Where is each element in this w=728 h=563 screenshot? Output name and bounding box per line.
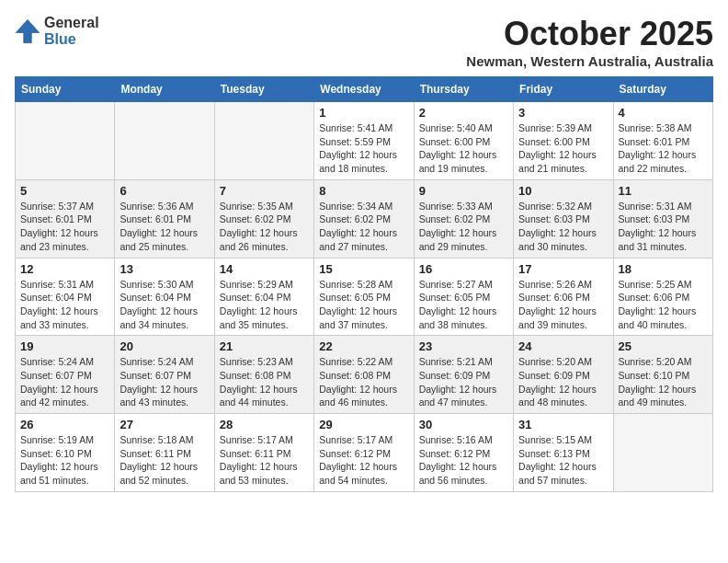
calendar-cell: [115, 102, 214, 180]
day-number: 20: [119, 339, 209, 353]
calendar-cell: 25Sunrise: 5:20 AM Sunset: 6:10 PM Dayli…: [613, 336, 712, 414]
calendar-cell: 29Sunrise: 5:17 AM Sunset: 6:12 PM Dayli…: [314, 414, 414, 492]
day-info: Sunrise: 5:24 AM Sunset: 6:07 PM Dayligh…: [20, 355, 109, 409]
calendar-cell: 28Sunrise: 5:17 AM Sunset: 6:11 PM Dayli…: [214, 414, 313, 492]
calendar-cell: 22Sunrise: 5:22 AM Sunset: 6:08 PM Dayli…: [314, 336, 414, 414]
day-info: Sunrise: 5:24 AM Sunset: 6:07 PM Dayligh…: [119, 355, 209, 409]
day-info: Sunrise: 5:18 AM Sunset: 6:11 PM Dayligh…: [119, 433, 209, 488]
day-number: 26: [20, 418, 109, 431]
day-info: Sunrise: 5:28 AM Sunset: 6:05 PM Dayligh…: [319, 278, 408, 332]
day-info: Sunrise: 5:41 AM Sunset: 5:59 PM Dayligh…: [319, 121, 408, 176]
day-info: Sunrise: 5:16 AM Sunset: 6:12 PM Dayligh…: [419, 433, 508, 488]
day-info: Sunrise: 5:25 AM Sunset: 6:06 PM Dayligh…: [619, 278, 708, 332]
calendar-cell: 14Sunrise: 5:29 AM Sunset: 6:04 PM Dayli…: [214, 258, 313, 336]
calendar-cell: 26Sunrise: 5:19 AM Sunset: 6:10 PM Dayli…: [16, 414, 115, 492]
calendar-cell: [16, 102, 115, 180]
calendar-cell: 3Sunrise: 5:39 AM Sunset: 6:00 PM Daylig…: [514, 102, 613, 180]
day-number: 13: [119, 262, 209, 276]
day-number: 30: [419, 418, 508, 431]
day-info: Sunrise: 5:20 AM Sunset: 6:09 PM Dayligh…: [518, 355, 608, 409]
day-info: Sunrise: 5:21 AM Sunset: 6:09 PM Dayligh…: [419, 355, 508, 409]
day-number: 29: [319, 418, 408, 431]
calendar-cell: 13Sunrise: 5:30 AM Sunset: 6:04 PM Dayli…: [115, 258, 214, 336]
calendar-cell: 2Sunrise: 5:40 AM Sunset: 6:00 PM Daylig…: [414, 102, 513, 180]
calendar-cell: 1Sunrise: 5:41 AM Sunset: 5:59 PM Daylig…: [314, 102, 414, 180]
day-info: Sunrise: 5:30 AM Sunset: 6:04 PM Dayligh…: [119, 278, 209, 332]
day-info: Sunrise: 5:38 AM Sunset: 6:01 PM Dayligh…: [619, 121, 708, 176]
weekday-header-saturday: Saturday: [613, 77, 712, 102]
weekday-header-friday: Friday: [514, 77, 613, 102]
day-number: 28: [220, 418, 309, 431]
day-info: Sunrise: 5:32 AM Sunset: 6:03 PM Dayligh…: [518, 200, 608, 254]
day-info: Sunrise: 5:15 AM Sunset: 6:13 PM Dayligh…: [518, 433, 608, 488]
calendar-cell: 4Sunrise: 5:38 AM Sunset: 6:01 PM Daylig…: [613, 102, 712, 180]
day-info: Sunrise: 5:39 AM Sunset: 6:00 PM Dayligh…: [518, 121, 608, 176]
day-info: Sunrise: 5:17 AM Sunset: 6:12 PM Dayligh…: [319, 433, 408, 488]
weekday-header-wednesday: Wednesday: [314, 77, 414, 102]
calendar-cell: 12Sunrise: 5:31 AM Sunset: 6:04 PM Dayli…: [16, 258, 115, 336]
day-info: Sunrise: 5:31 AM Sunset: 6:04 PM Dayligh…: [20, 278, 109, 332]
day-info: Sunrise: 5:27 AM Sunset: 6:05 PM Dayligh…: [419, 278, 508, 332]
day-number: 7: [220, 184, 309, 198]
day-number: 23: [419, 339, 508, 353]
calendar-cell: 23Sunrise: 5:21 AM Sunset: 6:09 PM Dayli…: [414, 336, 513, 414]
calendar: SundayMondayTuesdayWednesdayThursdayFrid…: [15, 76, 713, 492]
day-info: Sunrise: 5:40 AM Sunset: 6:00 PM Dayligh…: [419, 121, 508, 176]
day-info: Sunrise: 5:33 AM Sunset: 6:02 PM Dayligh…: [419, 200, 508, 254]
day-number: 6: [119, 184, 209, 198]
calendar-cell: 15Sunrise: 5:28 AM Sunset: 6:05 PM Dayli…: [314, 258, 414, 336]
calendar-cell: 24Sunrise: 5:20 AM Sunset: 6:09 PM Dayli…: [514, 336, 613, 414]
page-header: General Blue October 2025 Newman, Wester…: [15, 15, 713, 69]
day-info: Sunrise: 5:31 AM Sunset: 6:03 PM Dayligh…: [619, 200, 708, 254]
weekday-header-sunday: Sunday: [16, 77, 115, 102]
day-number: 4: [619, 106, 708, 120]
day-number: 5: [20, 184, 109, 198]
calendar-cell: 5Sunrise: 5:37 AM Sunset: 6:01 PM Daylig…: [16, 179, 115, 258]
calendar-cell: [214, 102, 313, 180]
location-subtitle: Newman, Western Australia, Australia: [466, 53, 713, 69]
day-number: 8: [319, 184, 408, 198]
day-number: 10: [518, 184, 608, 198]
day-number: 1: [319, 106, 408, 120]
calendar-cell: 20Sunrise: 5:24 AM Sunset: 6:07 PM Dayli…: [115, 336, 214, 414]
calendar-cell: 30Sunrise: 5:16 AM Sunset: 6:12 PM Dayli…: [414, 414, 513, 492]
day-number: 31: [518, 418, 608, 431]
weekday-header-thursday: Thursday: [414, 77, 513, 102]
title-area: October 2025 Newman, Western Australia, …: [466, 15, 713, 69]
day-info: Sunrise: 5:29 AM Sunset: 6:04 PM Dayligh…: [220, 278, 309, 332]
calendar-cell: [613, 414, 712, 492]
day-info: Sunrise: 5:26 AM Sunset: 6:06 PM Dayligh…: [518, 278, 608, 332]
day-info: Sunrise: 5:17 AM Sunset: 6:11 PM Dayligh…: [220, 433, 309, 488]
calendar-cell: 19Sunrise: 5:24 AM Sunset: 6:07 PM Dayli…: [16, 336, 115, 414]
calendar-cell: 27Sunrise: 5:18 AM Sunset: 6:11 PM Dayli…: [115, 414, 214, 492]
logo-blue: Blue: [44, 31, 99, 48]
day-info: Sunrise: 5:20 AM Sunset: 6:10 PM Dayligh…: [619, 355, 708, 409]
day-number: 18: [619, 262, 708, 276]
day-number: 21: [220, 339, 309, 353]
day-info: Sunrise: 5:37 AM Sunset: 6:01 PM Dayligh…: [20, 200, 109, 254]
weekday-header-monday: Monday: [115, 77, 214, 102]
calendar-cell: 9Sunrise: 5:33 AM Sunset: 6:02 PM Daylig…: [414, 179, 513, 258]
day-info: Sunrise: 5:23 AM Sunset: 6:08 PM Dayligh…: [220, 355, 309, 409]
day-number: 25: [619, 339, 708, 353]
calendar-cell: 11Sunrise: 5:31 AM Sunset: 6:03 PM Dayli…: [613, 179, 712, 258]
day-number: 9: [419, 184, 508, 198]
day-number: 3: [518, 106, 608, 120]
calendar-cell: 7Sunrise: 5:35 AM Sunset: 6:02 PM Daylig…: [214, 179, 313, 258]
calendar-cell: 8Sunrise: 5:34 AM Sunset: 6:02 PM Daylig…: [314, 179, 414, 258]
day-number: 11: [619, 184, 708, 198]
weekday-header-tuesday: Tuesday: [214, 77, 313, 102]
calendar-cell: 6Sunrise: 5:36 AM Sunset: 6:01 PM Daylig…: [115, 179, 214, 258]
calendar-cell: 18Sunrise: 5:25 AM Sunset: 6:06 PM Dayli…: [613, 258, 712, 336]
day-info: Sunrise: 5:35 AM Sunset: 6:02 PM Dayligh…: [220, 200, 309, 254]
calendar-cell: 17Sunrise: 5:26 AM Sunset: 6:06 PM Dayli…: [514, 258, 613, 336]
day-number: 12: [20, 262, 109, 276]
day-info: Sunrise: 5:34 AM Sunset: 6:02 PM Dayligh…: [319, 200, 408, 254]
logo: General Blue: [15, 15, 99, 47]
day-number: 22: [319, 339, 408, 353]
month-title: October 2025: [466, 15, 713, 53]
day-number: 2: [419, 106, 508, 120]
calendar-cell: 10Sunrise: 5:32 AM Sunset: 6:03 PM Dayli…: [514, 179, 613, 258]
day-info: Sunrise: 5:19 AM Sunset: 6:10 PM Dayligh…: [20, 433, 109, 488]
day-info: Sunrise: 5:36 AM Sunset: 6:01 PM Dayligh…: [119, 200, 209, 254]
